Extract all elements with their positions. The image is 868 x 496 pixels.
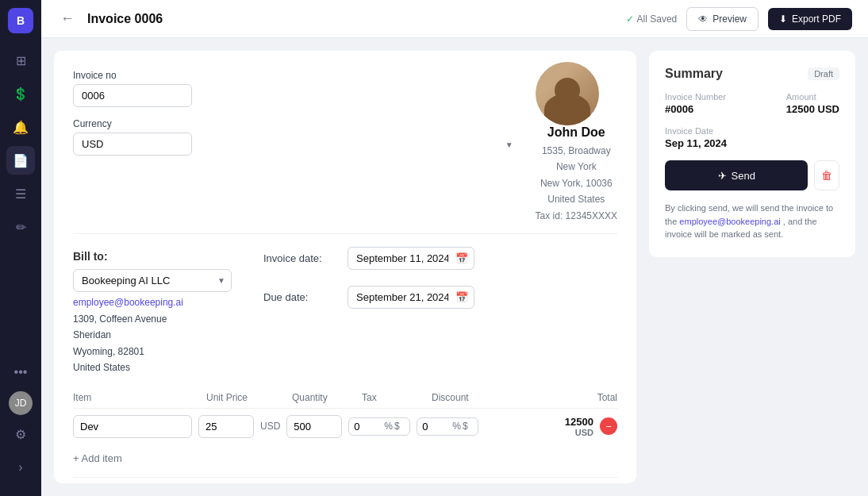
bill-to-title: Bill to:	[73, 250, 232, 263]
preview-button[interactable]: 👁 Preview	[686, 7, 759, 31]
due-date-label: Due date:	[263, 291, 335, 303]
summary-panel: Summary Draft Invoice Number #0006 Amoun…	[649, 51, 855, 257]
sidebar-item-finance[interactable]: 💲	[6, 79, 35, 108]
item-total-currency: USD	[485, 428, 593, 437]
app-logo[interactable]: B	[8, 8, 33, 33]
main-area: ← Invoice 0006 ✓ All Saved 👁 Preview ⬇ E…	[41, 0, 868, 496]
bill-address-line1: 1309, Coffeen Avenue	[73, 311, 232, 327]
settings-icon[interactable]: ⚙	[6, 420, 35, 448]
currency-select-wrap: USD EUR GBP ▼	[73, 133, 520, 156]
user-avatar[interactable]: JD	[9, 391, 33, 415]
discount-dollar-icon: $	[463, 421, 468, 432]
remove-item-button[interactable]: −	[600, 417, 617, 435]
col-price-header: Unit Price	[206, 392, 286, 403]
client-profile: John Doe 1535, Broadway New York New Yor…	[536, 62, 617, 224]
due-date-row: Due date: 📅	[263, 286, 474, 309]
bill-address-line3: Wyoming, 82801	[73, 344, 232, 360]
summary-invoice-number-label: Invoice Number	[665, 92, 726, 102]
item-discount-wrap: % $	[417, 417, 478, 436]
item-total: 12500 USD	[485, 416, 593, 437]
summary-date-label: Invoice Date	[665, 126, 839, 136]
invoice-date-input[interactable]	[348, 247, 474, 270]
tax-percent-icon: %	[384, 421, 393, 432]
item-price-input[interactable]	[198, 415, 254, 438]
summary-note: By clicking send, we will send the invoi…	[665, 202, 839, 241]
summary-invoice-number-value: #0006	[665, 103, 726, 115]
send-icon: ✈	[718, 170, 727, 182]
summary-invoice-number-col: Invoice Number #0006	[665, 92, 726, 115]
bill-address: 1309, Coffeen Avenue Sheridan Wyoming, 8…	[73, 311, 232, 376]
invoice-form-left: Invoice no Currency USD EUR GBP ▼	[73, 70, 520, 167]
invoice-no-input[interactable]	[73, 84, 192, 107]
client-address-line4: United States	[536, 191, 617, 207]
col-discount-header: Discount	[432, 392, 511, 403]
page-title: Invoice 0006	[87, 12, 616, 26]
due-date-input[interactable]	[348, 286, 474, 309]
draft-badge: Draft	[808, 67, 839, 80]
summary-amount-value: 12500 USD	[786, 103, 839, 115]
bill-company-select[interactable]: Bookeeping AI LLC	[73, 269, 232, 292]
summary-date-col: Invoice Date Sep 11, 2024	[665, 126, 839, 149]
send-action-row: ✈ Send 🗑	[665, 160, 839, 190]
client-name: John Doe	[536, 125, 617, 140]
download-icon: ⬇	[779, 13, 787, 25]
summary-amount-label: Amount	[786, 92, 839, 102]
sidebar-item-invoices[interactable]: 📄	[6, 146, 35, 175]
eye-icon: 👁	[698, 13, 708, 25]
col-total-header: Total	[517, 392, 617, 403]
item-discount-input[interactable]	[422, 421, 451, 433]
item-qty-input[interactable]	[286, 415, 342, 438]
item-name-input[interactable]	[73, 415, 192, 438]
client-address-line1: 1535, Broadway	[536, 143, 617, 159]
content-area: Invoice no Currency USD EUR GBP ▼	[41, 38, 868, 496]
bill-company-wrap: Bookeeping AI LLC ▼	[73, 269, 232, 292]
summary-title: Summary	[665, 67, 723, 81]
item-tax-wrap: % $	[348, 417, 410, 436]
items-section: Item Unit Price Quantity Tax Discount To…	[73, 392, 617, 483]
bill-address-line2: Sheridan	[73, 327, 232, 343]
save-status: ✓ All Saved	[626, 13, 678, 25]
currency-chevron-icon: ▼	[505, 140, 513, 148]
expand-icon[interactable]: ›	[6, 453, 35, 482]
price-currency-label: USD	[260, 421, 280, 432]
trash-icon: 🗑	[821, 169, 832, 182]
preview-label: Preview	[712, 13, 747, 25]
client-tax-id: Tax id: 12345XXXX	[536, 208, 617, 224]
add-item-button[interactable]: + Add item	[73, 452, 122, 464]
sidebar-item-notifications[interactable]: 🔔	[6, 113, 35, 141]
sidebar: B ⊞ 💲 🔔 📄 ☰ ✏ ••• JD ⚙ ›	[0, 0, 41, 496]
invoice-date-wrap: 📅	[348, 247, 474, 270]
bill-dates-row: Bill to: Bookeeping AI LLC ▼ employee@bo…	[73, 244, 617, 376]
currency-select[interactable]: USD EUR GBP	[73, 133, 192, 156]
export-label: Export PDF	[792, 13, 841, 25]
export-pdf-button[interactable]: ⬇ Export PDF	[768, 8, 852, 30]
sidebar-item-list[interactable]: ☰	[6, 179, 35, 208]
items-header: Item Unit Price Quantity Tax Discount To…	[73, 392, 617, 409]
delete-button[interactable]: 🗑	[814, 160, 839, 190]
send-button[interactable]: ✈ Send	[665, 160, 808, 190]
sidebar-item-edit[interactable]: ✏	[6, 213, 35, 241]
subtotal-row: Subtotal: 12500 USD	[73, 477, 617, 483]
invoice-date-label: Invoice date:	[263, 252, 335, 264]
invoice-date-row: Invoice date: 📅	[263, 247, 474, 270]
client-address-line2: New York	[536, 159, 617, 175]
summary-date-value: Sep 11, 2024	[665, 137, 839, 149]
save-status-label: All Saved	[637, 13, 678, 25]
sidebar-item-dashboard[interactable]: ⊞	[6, 46, 35, 75]
currency-label: Currency	[73, 118, 520, 129]
client-address-line3: New York, 10036	[536, 175, 617, 191]
sidebar-item-more[interactable]: •••	[6, 358, 35, 386]
due-date-wrap: 📅	[348, 286, 474, 309]
invoice-panel: Invoice no Currency USD EUR GBP ▼	[54, 51, 636, 483]
summary-amount-col: Amount 12500 USD	[786, 92, 839, 115]
summary-header: Summary Draft	[665, 67, 839, 81]
table-row: USD % $ % $ 12500 USD	[73, 409, 617, 444]
item-tax-input[interactable]	[354, 421, 382, 433]
back-button[interactable]: ←	[57, 7, 78, 30]
summary-note-email[interactable]: employee@bookeeping.ai	[679, 217, 780, 226]
tax-dollar-icon: $	[394, 421, 400, 432]
dates-section: Invoice date: 📅 Due date: 📅	[263, 247, 474, 376]
client-address: 1535, Broadway New York New York, 10036 …	[536, 143, 617, 224]
check-icon: ✓	[626, 13, 634, 25]
summary-invoice-row: Invoice Number #0006 Amount 12500 USD	[665, 92, 839, 115]
